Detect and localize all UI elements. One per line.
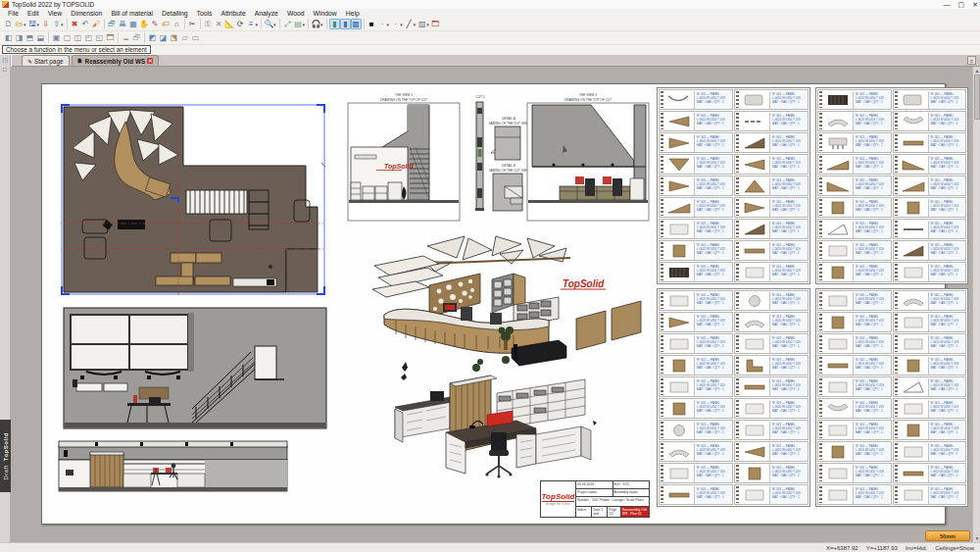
zoom-icon[interactable]: 🔍 bbox=[264, 19, 274, 29]
part-card[interactable]: N° 001 — PANELL 0620 W 0450 T 019MAT : O… bbox=[659, 441, 733, 462]
menu-wood[interactable]: Wood bbox=[287, 10, 305, 17]
part-card[interactable]: N° 001 — PANELL 0620 W 0450 T 019MAT : O… bbox=[893, 376, 967, 397]
layers-icon[interactable]: ≡ bbox=[246, 19, 257, 29]
copy-icon[interactable]: 🗗 bbox=[107, 19, 118, 29]
tab-start-page[interactable]: ✎ Start page bbox=[22, 55, 70, 66]
part-card[interactable]: N° 001 — PANELL 0620 W 0450 T 019MAT : O… bbox=[893, 290, 967, 311]
sidebar-page-icon[interactable]: 🗋 bbox=[1, 66, 10, 75]
part-card[interactable]: N° 001 — PANELL 0620 W 0450 T 019MAT : O… bbox=[734, 154, 808, 175]
rotate-icon[interactable]: ⟳ bbox=[235, 19, 246, 29]
part-card[interactable]: N° 001 — PANELL 0620 W 0450 T 019MAT : O… bbox=[734, 132, 808, 153]
maximize-icon[interactable]: ▢ bbox=[958, 0, 965, 9]
exploded-3d-view[interactable]: TopSolid bbox=[367, 228, 646, 376]
part-card[interactable]: N° 001 — PANELL 0620 W 0450 T 019MAT : O… bbox=[817, 484, 892, 505]
view-right-icon[interactable]: ⬓ bbox=[35, 32, 46, 43]
part-card[interactable]: N° 001 — PANELL 0620 W 0450 T 019MAT : O… bbox=[817, 154, 892, 175]
fit-icon[interactable]: ⤢ bbox=[282, 19, 293, 29]
render-edge-icon[interactable]: ▭ bbox=[190, 32, 201, 43]
part-card[interactable]: N° 001 — PANELL 0620 W 0450 T 019MAT : O… bbox=[893, 176, 967, 196]
view-persp-icon[interactable]: 🗖 bbox=[105, 32, 116, 43]
view-axo-icon[interactable]: ◱ bbox=[94, 32, 105, 43]
status-invisible-mode[interactable]: Inv=Hid. bbox=[906, 545, 927, 551]
scroll-up-icon[interactable]: ▲ bbox=[973, 67, 980, 75]
part-card[interactable]: N° 001 — PANELL 0620 W 0450 T 019MAT : O… bbox=[659, 333, 733, 354]
import-icon[interactable]: ⇩ bbox=[40, 19, 51, 29]
menu-tools[interactable]: Tools bbox=[197, 10, 213, 17]
part-card[interactable]: N° 001 — PANELL 0620 W 0450 T 019MAT : O… bbox=[817, 176, 892, 196]
menu-dimension[interactable]: Dimension bbox=[71, 10, 102, 17]
part-card[interactable]: N° 001 — PANELL 0620 W 0450 T 019MAT : O… bbox=[893, 484, 967, 505]
part-card[interactable]: N° 001 — PANELL 0620 W 0450 T 019MAT : O… bbox=[817, 312, 892, 332]
view-back-icon[interactable]: ◨ bbox=[14, 32, 24, 43]
table-style-icon[interactable]: 🗔 bbox=[430, 19, 441, 29]
part-card[interactable]: N° 001 — PANELL 0620 W 0450 T 019MAT : O… bbox=[659, 219, 733, 239]
part-card[interactable]: N° 001 — PANELL 0620 W 0450 T 019MAT : O… bbox=[817, 463, 892, 483]
column-on-icon[interactable]: ▮ bbox=[329, 19, 340, 29]
document-mode-vertical-tab[interactable]: TopSolid Draft bbox=[0, 420, 11, 492]
menu-attribute[interactable]: Attribute bbox=[220, 10, 245, 17]
part-card[interactable]: N° 001 — PANELL 0620 W 0450 T 019MAT : O… bbox=[893, 398, 967, 419]
part-card[interactable]: N° 001 — PANELL 0620 W 0450 T 019MAT : O… bbox=[659, 376, 733, 397]
unlink-icon[interactable]: ✕ bbox=[214, 19, 224, 29]
menu-view[interactable]: View bbox=[48, 10, 63, 17]
render-hidden-icon[interactable]: ⬔ bbox=[169, 32, 179, 43]
cut-icon[interactable]: ✂ bbox=[187, 19, 198, 29]
vertical-scrollbar[interactable]: ▲ ▼ bbox=[972, 67, 980, 542]
part-card[interactable]: N° 001 — PANELL 0620 W 0450 T 019MAT : O… bbox=[659, 463, 733, 483]
point2-style-icon[interactable]: · bbox=[390, 19, 401, 29]
line-style-icon[interactable]: ╱ bbox=[404, 19, 415, 29]
save-icon[interactable]: 🖫 bbox=[27, 19, 38, 29]
part-card[interactable]: N° 001 — PANELL 0620 W 0450 T 019MAT : O… bbox=[893, 197, 967, 218]
part-card[interactable]: N° 001 — PANELL 0620 W 0450 T 019MAT : O… bbox=[893, 111, 967, 131]
view-dim-icon[interactable]: ◰ bbox=[83, 32, 94, 43]
part-card[interactable]: N° 001 — PANELL 0620 W 0450 T 019MAT : O… bbox=[734, 376, 808, 397]
part-card[interactable]: N° 001 — PANELL 0620 W 0450 T 019MAT : O… bbox=[659, 420, 733, 440]
render-wire-icon[interactable]: ◪ bbox=[158, 32, 169, 43]
part-card[interactable]: N° 001 — PANELL 0620 W 0450 T 019MAT : O… bbox=[734, 111, 808, 131]
part-card[interactable]: N° 001 — PANELL 0620 W 0450 T 019MAT : O… bbox=[659, 484, 733, 505]
headset-icon[interactable]: 🎧 bbox=[311, 19, 321, 29]
scale-indicator-button[interactable]: 50mm bbox=[925, 530, 970, 541]
menu-detailing[interactable]: Detailing bbox=[162, 10, 187, 17]
part-card[interactable]: N° 001 — PANELL 0620 W 0450 T 019MAT : O… bbox=[893, 89, 967, 110]
tag-icon[interactable]: 🏷 bbox=[161, 19, 172, 29]
render-shaded-icon[interactable]: ◩ bbox=[147, 32, 158, 43]
part-card[interactable]: N° 001 — PANELL 0620 W 0450 T 019MAT : O… bbox=[817, 219, 892, 239]
floor-plan-view[interactable] bbox=[61, 104, 325, 295]
part-card[interactable]: N° 001 — PANELL 0620 W 0450 T 019MAT : O… bbox=[893, 441, 967, 462]
menu-analyze[interactable]: Analyze bbox=[255, 10, 278, 17]
view-left-icon[interactable]: ⬒ bbox=[24, 32, 35, 43]
scroll-down-icon[interactable]: ▼ bbox=[973, 534, 980, 542]
view-iso-icon[interactable]: ◫ bbox=[73, 32, 83, 43]
part-card[interactable]: N° 001 — PANELL 0620 W 0450 T 019MAT : O… bbox=[817, 376, 892, 397]
measure-icon[interactable]: 📐 bbox=[224, 19, 235, 29]
part-card[interactable]: N° 001 — PANELL 0620 W 0450 T 019MAT : O… bbox=[659, 240, 733, 261]
part-card[interactable]: N° 001 — PANELL 0620 W 0450 T 019MAT : O… bbox=[817, 398, 892, 419]
sheet-next-icon[interactable]: 🗗 bbox=[131, 32, 142, 43]
tab-overflow-button[interactable]: ≡ bbox=[967, 56, 976, 65]
tab-document[interactable]: 🗎 Reassembly Old WS ✕ bbox=[72, 55, 160, 66]
part-card[interactable]: N° 001 — PANELL 0620 W 0450 T 019MAT : O… bbox=[817, 132, 892, 153]
part-card[interactable]: N° 001 — PANELL 0620 W 0450 T 019MAT : O… bbox=[659, 176, 733, 196]
part-card[interactable]: N° 001 — PANELL 0620 W 0450 T 019MAT : O… bbox=[734, 355, 808, 376]
status-ceiling-mode[interactable]: Ceilings=Show bbox=[935, 545, 974, 551]
part-card[interactable]: N° 001 — PANELL 0620 W 0450 T 019MAT : O… bbox=[817, 111, 892, 131]
part-card[interactable]: N° 001 — PANELL 0620 W 0450 T 019MAT : O… bbox=[893, 132, 967, 153]
part-card[interactable]: N° 001 — PANELL 0620 W 0450 T 019MAT : O… bbox=[659, 290, 733, 311]
tab-close-icon[interactable]: ✕ bbox=[147, 58, 153, 64]
part-card[interactable]: N° 001 — PANELL 0620 W 0450 T 019MAT : O… bbox=[659, 132, 733, 153]
part-card[interactable]: N° 001 — PANELL 0620 W 0450 T 019MAT : O… bbox=[659, 355, 733, 376]
part-card[interactable]: N° 001 — PANELL 0620 W 0450 T 019MAT : O… bbox=[659, 111, 733, 131]
part-card[interactable]: N° 001 — PANELL 0620 W 0450 T 019MAT : O… bbox=[817, 240, 892, 261]
part-card[interactable]: N° 001 — PANELL 0620 W 0450 T 019MAT : O… bbox=[734, 463, 808, 483]
close-icon[interactable]: ✕ bbox=[972, 0, 978, 9]
detail-views[interactable]: DETAIL A DRAWING OF THE CUT VIEW 2 DETAI… bbox=[489, 116, 528, 214]
export-icon[interactable]: ⇧ bbox=[51, 19, 62, 29]
desk-system-3d-view[interactable] bbox=[389, 372, 600, 484]
part-card[interactable]: N° 001 — PANELL 0620 W 0450 T 019MAT : O… bbox=[817, 197, 892, 218]
minimize-icon[interactable]: — bbox=[944, 0, 951, 9]
part-card[interactable]: N° 001 — PANELL 0620 W 0450 T 019MAT : O… bbox=[734, 441, 808, 462]
brush-icon[interactable]: 🖌 bbox=[91, 19, 102, 29]
part-card[interactable]: N° 001 — PANELL 0620 W 0450 T 019MAT : O… bbox=[659, 398, 733, 419]
part-card[interactable]: N° 001 — PANELL 0620 W 0450 T 019MAT : O… bbox=[659, 89, 733, 110]
